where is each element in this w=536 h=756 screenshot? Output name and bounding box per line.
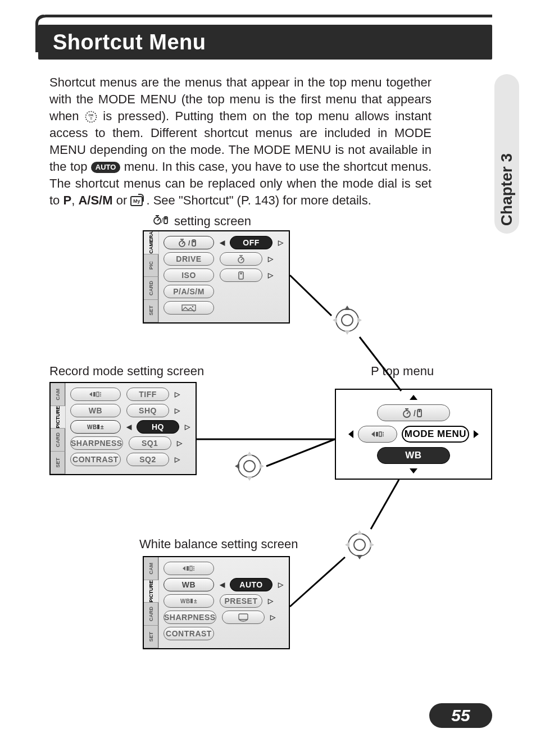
- page-number: 55: [429, 703, 492, 728]
- svg-line-64: [360, 337, 401, 391]
- svg-line-63: [290, 275, 331, 316]
- svg-line-68: [266, 439, 335, 466]
- svg-line-66: [371, 480, 399, 529]
- svg-line-67: [290, 557, 345, 607]
- diagram-connectors: [0, 0, 536, 756]
